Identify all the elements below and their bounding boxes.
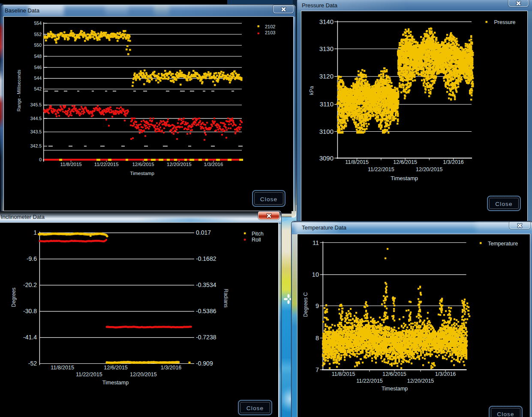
svg-text:12/6/2015: 12/6/2015 [132, 162, 154, 167]
svg-text:11/8/2015: 11/8/2015 [51, 365, 74, 371]
svg-text:0.017: 0.017 [196, 229, 211, 236]
svg-text:548: 548 [34, 54, 42, 59]
svg-text:542: 542 [34, 86, 42, 91]
svg-text:Timestamp: Timestamp [391, 175, 418, 181]
svg-text:11/8/2015: 11/8/2015 [332, 371, 355, 377]
svg-text:Degrees: Degrees [11, 287, 17, 307]
svg-text:12/20/2015: 12/20/2015 [130, 372, 157, 378]
svg-text:Temperature: Temperature [488, 241, 518, 247]
svg-text:-0.5386: -0.5386 [196, 308, 216, 314]
svg-text:11/22/2015: 11/22/2015 [356, 378, 383, 384]
svg-text:11/8/2015: 11/8/2015 [60, 162, 81, 167]
svg-text:7: 7 [316, 366, 319, 373]
svg-text:Timestamp: Timestamp [382, 386, 408, 392]
svg-text:3090: 3090 [319, 154, 334, 162]
svg-text:10: 10 [312, 271, 319, 278]
svg-text:-0.3534: -0.3534 [196, 281, 216, 288]
svg-text:3100: 3100 [319, 128, 334, 135]
svg-text:2102: 2102 [265, 24, 275, 29]
svg-text:Roll: Roll [252, 237, 261, 243]
svg-text:552: 552 [34, 32, 42, 37]
svg-text:550: 550 [34, 42, 42, 48]
svg-text:-30.8: -30.8 [23, 308, 37, 314]
svg-text:12/20/2015: 12/20/2015 [416, 166, 443, 172]
svg-text:-20.2: -20.2 [23, 281, 37, 288]
svg-text:343.5: 343.5 [30, 129, 42, 134]
svg-text:Timestamp: Timestamp [130, 171, 154, 176]
svg-text:1: 1 [33, 229, 37, 236]
svg-text:Pressure: Pressure [494, 19, 516, 25]
svg-text:3130: 3130 [319, 45, 334, 52]
svg-text:-52: -52 [28, 360, 37, 367]
svg-text:8: 8 [316, 335, 319, 341]
svg-text:12/6/2015: 12/6/2015 [104, 365, 128, 371]
svg-text:kPa: kPa [309, 86, 315, 95]
svg-text:11: 11 [313, 239, 319, 246]
svg-text:0: 0 [39, 157, 42, 162]
svg-text:1/3/2016: 1/3/2016 [204, 162, 223, 167]
svg-text:9: 9 [316, 302, 319, 309]
svg-text:345.5: 345.5 [30, 102, 42, 107]
svg-text:12/20/2015: 12/20/2015 [167, 162, 192, 167]
svg-text:3140: 3140 [319, 18, 334, 25]
svg-text:544: 544 [34, 76, 42, 81]
svg-text:2103: 2103 [265, 30, 275, 35]
svg-text:Range - Milliseconds: Range - Milliseconds [16, 70, 21, 111]
svg-text:554: 554 [34, 21, 42, 26]
svg-text:11/22/2015: 11/22/2015 [76, 372, 102, 378]
svg-text:546: 546 [34, 65, 42, 70]
svg-text:-0.7238: -0.7238 [196, 334, 216, 341]
svg-text:3120: 3120 [319, 73, 334, 80]
svg-text:Timestamp: Timestamp [102, 380, 129, 386]
svg-text:-9.6: -9.6 [27, 255, 37, 262]
svg-text:3110: 3110 [320, 100, 334, 108]
svg-text:Degrees C: Degrees C [303, 292, 309, 317]
svg-text:11/22/2015: 11/22/2015 [368, 166, 394, 172]
svg-text:1/3/2016: 1/3/2016 [435, 371, 456, 377]
svg-text:12/20/2015: 12/20/2015 [407, 378, 434, 384]
svg-text:12/6/2015: 12/6/2015 [382, 371, 406, 377]
svg-text:344.5: 344.5 [30, 116, 42, 121]
svg-text:1/3/2016: 1/3/2016 [161, 365, 182, 371]
svg-text:-0.909: -0.909 [196, 360, 213, 367]
svg-text:Pitch: Pitch [252, 231, 264, 237]
svg-text:-0.1682: -0.1682 [196, 255, 216, 262]
svg-text:342.5: 342.5 [30, 143, 42, 148]
svg-text:Radians: Radians [223, 289, 229, 308]
svg-text:11/22/2015: 11/22/2015 [94, 162, 119, 167]
svg-text:-41.4: -41.4 [23, 334, 37, 341]
